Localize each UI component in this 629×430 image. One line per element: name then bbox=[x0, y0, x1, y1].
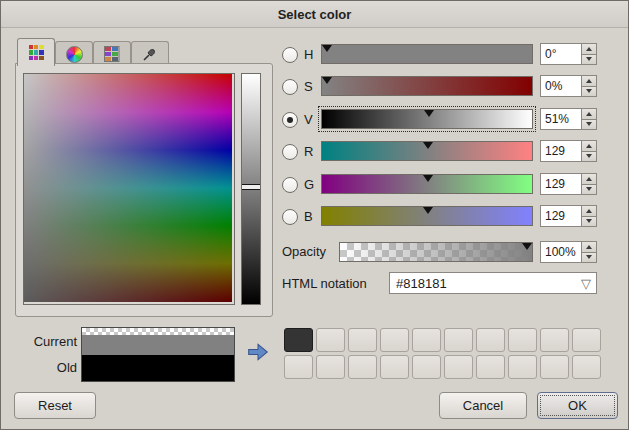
palette-cell[interactable] bbox=[476, 355, 505, 379]
palette-cell[interactable] bbox=[508, 328, 537, 352]
palette-cell[interactable] bbox=[284, 355, 313, 379]
radio-s[interactable] bbox=[282, 79, 298, 95]
green-value[interactable]: 129 bbox=[541, 177, 581, 191]
blue-value[interactable]: 129 bbox=[541, 209, 581, 223]
spin-up-button[interactable] bbox=[582, 76, 596, 87]
palette-cell[interactable] bbox=[316, 328, 345, 352]
palette-cell[interactable] bbox=[284, 328, 313, 352]
value-spinbox[interactable]: 51% bbox=[540, 108, 597, 130]
palette-cell[interactable] bbox=[572, 355, 601, 379]
spin-down-button[interactable] bbox=[582, 55, 596, 65]
palette-cell[interactable] bbox=[380, 355, 409, 379]
slider-marker[interactable] bbox=[423, 142, 433, 149]
channel-label-h: H bbox=[304, 47, 318, 62]
channel-label-s: S bbox=[304, 79, 318, 94]
slider-marker[interactable] bbox=[423, 207, 433, 214]
spin-down-button[interactable] bbox=[582, 253, 596, 263]
spin-down-button[interactable] bbox=[582, 152, 596, 162]
spin-up-button[interactable] bbox=[582, 141, 596, 152]
palette-cell[interactable] bbox=[540, 355, 569, 379]
spin-down-button[interactable] bbox=[582, 87, 596, 97]
value-strip-slider[interactable] bbox=[241, 73, 261, 305]
slider-marker[interactable] bbox=[424, 110, 434, 117]
current-label: Current bbox=[15, 334, 77, 349]
cancel-button[interactable]: Cancel bbox=[439, 392, 527, 419]
green-slider[interactable] bbox=[321, 174, 533, 194]
opacity-spinbox[interactable]: 100% bbox=[540, 241, 597, 263]
opacity-label: Opacity bbox=[282, 244, 326, 259]
radio-r[interactable] bbox=[282, 144, 298, 160]
hue-spinbox[interactable]: 0° bbox=[540, 43, 597, 65]
titlebar[interactable]: Select color bbox=[1, 1, 628, 28]
palette-cell[interactable] bbox=[412, 328, 441, 352]
slider-marker[interactable] bbox=[423, 175, 433, 182]
red-spinbox[interactable]: 129 bbox=[540, 140, 597, 162]
current-color-swatch bbox=[82, 335, 234, 355]
palette-cell[interactable] bbox=[444, 355, 473, 379]
color-wheel-tab-icon bbox=[66, 46, 83, 63]
slider-marker[interactable] bbox=[322, 77, 332, 84]
slider-marker[interactable] bbox=[522, 243, 532, 250]
palette-cell[interactable] bbox=[572, 328, 601, 352]
html-notation-label: HTML notation bbox=[282, 276, 367, 291]
palette-cell[interactable] bbox=[316, 355, 345, 379]
hue-slider[interactable] bbox=[321, 44, 533, 64]
radio-g[interactable] bbox=[282, 177, 298, 193]
blue-spinbox[interactable]: 129 bbox=[540, 205, 597, 227]
html-notation-input[interactable]: #818181 ▽ bbox=[389, 272, 597, 294]
hue-value[interactable]: 0° bbox=[541, 47, 581, 61]
spin-up-button[interactable] bbox=[582, 44, 596, 55]
palette-cell[interactable] bbox=[540, 328, 569, 352]
palette-cell[interactable] bbox=[348, 355, 377, 379]
triangle-down-icon[interactable]: ▽ bbox=[581, 276, 591, 291]
spin-down-button[interactable] bbox=[582, 120, 596, 130]
palette-cell[interactable] bbox=[476, 328, 505, 352]
reset-button[interactable]: Reset bbox=[14, 392, 96, 419]
color-square-canvas[interactable] bbox=[24, 74, 232, 302]
cancel-button-label: Cancel bbox=[463, 398, 503, 413]
channel-label-g: G bbox=[304, 177, 318, 192]
saturation-spinbox[interactable]: 0% bbox=[540, 75, 597, 97]
slider-marker[interactable] bbox=[322, 45, 332, 52]
value-strip-marker[interactable] bbox=[242, 184, 260, 190]
saturation-value[interactable]: 0% bbox=[541, 79, 581, 93]
alpha-checker-strip bbox=[82, 328, 234, 335]
radio-h[interactable] bbox=[282, 47, 298, 63]
spin-down-button[interactable] bbox=[582, 217, 596, 227]
old-label: Old bbox=[15, 360, 77, 375]
spin-up-button[interactable] bbox=[582, 109, 596, 120]
palette-cell[interactable] bbox=[508, 355, 537, 379]
value-value[interactable]: 51% bbox=[541, 112, 581, 126]
channel-label-r: R bbox=[304, 144, 318, 159]
value-slider[interactable] bbox=[321, 109, 533, 129]
add-to-palette-button[interactable] bbox=[241, 334, 275, 370]
opacity-value[interactable]: 100% bbox=[541, 245, 581, 259]
green-spinbox[interactable]: 129 bbox=[540, 173, 597, 195]
tab-gimp-selector[interactable] bbox=[17, 38, 55, 66]
select-color-dialog: Select color H bbox=[0, 0, 629, 430]
hue-saturation-square[interactable] bbox=[23, 73, 235, 305]
red-slider[interactable] bbox=[321, 141, 533, 161]
spin-up-button[interactable] bbox=[582, 242, 596, 253]
radio-b[interactable] bbox=[282, 209, 298, 225]
palette-cell[interactable] bbox=[412, 355, 441, 379]
palette-cell[interactable] bbox=[348, 328, 377, 352]
channel-label-b: B bbox=[304, 209, 318, 224]
red-value[interactable]: 129 bbox=[541, 144, 581, 158]
radio-v[interactable] bbox=[282, 112, 298, 128]
ok-button[interactable]: OK bbox=[537, 392, 618, 419]
palette-grid bbox=[284, 328, 601, 379]
blue-slider[interactable] bbox=[321, 206, 533, 226]
html-notation-value[interactable]: #818181 bbox=[396, 276, 447, 291]
swatch-block bbox=[81, 327, 235, 382]
saturation-slider[interactable] bbox=[321, 76, 533, 96]
channel-label-v: V bbox=[304, 112, 318, 127]
opacity-slider[interactable] bbox=[339, 242, 533, 262]
spin-up-button[interactable] bbox=[582, 206, 596, 217]
old-color-swatch bbox=[82, 355, 234, 381]
spin-down-button[interactable] bbox=[582, 185, 596, 195]
palette-cell[interactable] bbox=[380, 328, 409, 352]
ok-button-label: OK bbox=[568, 398, 587, 413]
spin-up-button[interactable] bbox=[582, 174, 596, 185]
palette-cell[interactable] bbox=[444, 328, 473, 352]
